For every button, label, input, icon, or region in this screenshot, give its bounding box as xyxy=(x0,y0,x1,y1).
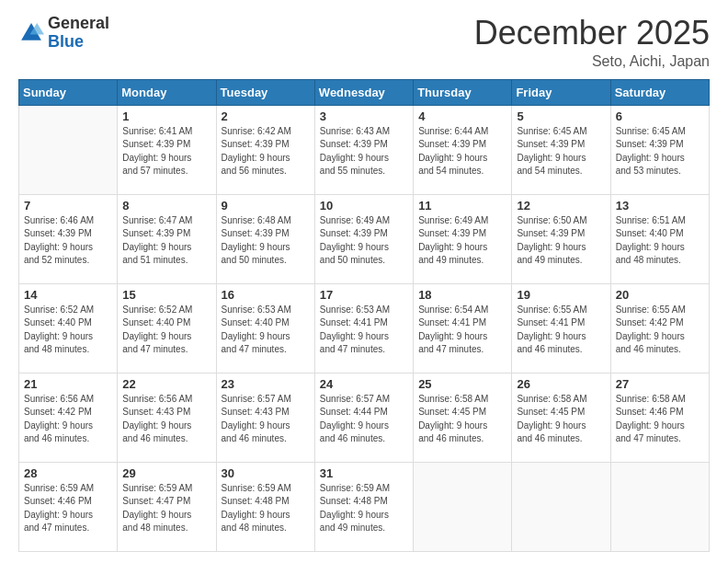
day-number-2-0: 14 xyxy=(24,288,112,302)
day-number-0-1: 1 xyxy=(122,109,210,123)
calendar-cell-0-0 xyxy=(19,105,118,194)
header-row: Sunday Monday Tuesday Wednesday Thursday… xyxy=(19,79,710,105)
calendar-cell-3-5: 26Sunrise: 6:58 AM Sunset: 4:45 PM Dayli… xyxy=(512,373,610,462)
day-number-3-6: 27 xyxy=(616,377,704,391)
day-info-3-4: Sunrise: 6:58 AM Sunset: 4:45 PM Dayligh… xyxy=(418,393,506,446)
day-number-0-6: 6 xyxy=(616,109,704,123)
day-info-1-0: Sunrise: 6:46 AM Sunset: 4:39 PM Dayligh… xyxy=(24,214,112,268)
calendar-cell-2-2: 16Sunrise: 6:53 AM Sunset: 4:40 PM Dayli… xyxy=(216,283,314,373)
day-number-0-4: 4 xyxy=(418,109,506,123)
calendar-cell-0-5: 5Sunrise: 6:45 AM Sunset: 4:39 PM Daylig… xyxy=(512,105,610,194)
logo-icon xyxy=(18,20,44,46)
header: General Blue December 2025 Seto, Aichi, … xyxy=(18,15,710,70)
day-info-2-4: Sunrise: 6:54 AM Sunset: 4:41 PM Dayligh… xyxy=(418,304,506,357)
calendar-cell-2-6: 20Sunrise: 6:55 AM Sunset: 4:42 PM Dayli… xyxy=(610,283,709,373)
calendar-cell-3-1: 22Sunrise: 6:56 AM Sunset: 4:43 PM Dayli… xyxy=(118,373,216,462)
day-info-4-0: Sunrise: 6:59 AM Sunset: 4:46 PM Dayligh… xyxy=(24,482,112,535)
calendar-header: Sunday Monday Tuesday Wednesday Thursday… xyxy=(19,79,710,105)
calendar-cell-2-3: 17Sunrise: 6:53 AM Sunset: 4:41 PM Dayli… xyxy=(314,283,413,373)
day-number-2-2: 16 xyxy=(222,288,310,302)
day-info-3-1: Sunrise: 6:56 AM Sunset: 4:43 PM Dayligh… xyxy=(122,393,210,446)
calendar-cell-0-4: 4Sunrise: 6:44 AM Sunset: 4:39 PM Daylig… xyxy=(414,105,512,194)
day-info-0-5: Sunrise: 6:45 AM Sunset: 4:39 PM Dayligh… xyxy=(517,125,605,178)
day-number-3-5: 26 xyxy=(517,377,605,391)
calendar-cell-1-4: 11Sunrise: 6:49 AM Sunset: 4:39 PM Dayli… xyxy=(414,194,512,283)
day-number-1-0: 7 xyxy=(24,199,112,213)
subtitle: Seto, Aichi, Japan xyxy=(474,53,710,70)
calendar-table: Sunday Monday Tuesday Wednesday Thursday… xyxy=(18,79,710,552)
calendar-cell-2-4: 18Sunrise: 6:54 AM Sunset: 4:41 PM Dayli… xyxy=(414,283,512,373)
calendar-cell-0-6: 6Sunrise: 6:45 AM Sunset: 4:39 PM Daylig… xyxy=(610,105,709,194)
day-info-1-5: Sunrise: 6:50 AM Sunset: 4:39 PM Dayligh… xyxy=(517,214,605,268)
day-info-0-3: Sunrise: 6:43 AM Sunset: 4:39 PM Dayligh… xyxy=(320,125,408,178)
week-row-4: 28Sunrise: 6:59 AM Sunset: 4:46 PM Dayli… xyxy=(19,462,710,551)
day-number-3-2: 23 xyxy=(222,377,310,391)
day-info-3-6: Sunrise: 6:58 AM Sunset: 4:46 PM Dayligh… xyxy=(616,393,704,446)
calendar-cell-1-6: 13Sunrise: 6:51 AM Sunset: 4:40 PM Dayli… xyxy=(610,194,709,283)
day-number-4-0: 28 xyxy=(24,466,112,480)
day-number-3-4: 25 xyxy=(418,377,506,391)
logo: General Blue xyxy=(18,15,109,52)
calendar-cell-3-2: 23Sunrise: 6:57 AM Sunset: 4:43 PM Dayli… xyxy=(216,373,314,462)
logo-general: General xyxy=(48,14,109,32)
header-monday: Monday xyxy=(118,79,216,105)
day-info-1-4: Sunrise: 6:49 AM Sunset: 4:39 PM Dayligh… xyxy=(418,214,506,268)
day-number-0-3: 3 xyxy=(320,109,408,123)
day-number-1-5: 12 xyxy=(517,199,605,213)
calendar-cell-1-1: 8Sunrise: 6:47 AM Sunset: 4:39 PM Daylig… xyxy=(118,194,216,283)
week-row-1: 7Sunrise: 6:46 AM Sunset: 4:39 PM Daylig… xyxy=(19,194,710,283)
day-info-4-3: Sunrise: 6:59 AM Sunset: 4:48 PM Dayligh… xyxy=(320,482,408,535)
day-info-0-4: Sunrise: 6:44 AM Sunset: 4:39 PM Dayligh… xyxy=(418,125,506,178)
day-number-1-6: 13 xyxy=(616,199,704,213)
day-info-3-3: Sunrise: 6:57 AM Sunset: 4:44 PM Dayligh… xyxy=(320,393,408,446)
logo-blue: Blue xyxy=(48,32,84,51)
day-info-3-5: Sunrise: 6:58 AM Sunset: 4:45 PM Dayligh… xyxy=(517,393,605,446)
day-info-1-1: Sunrise: 6:47 AM Sunset: 4:39 PM Dayligh… xyxy=(122,214,210,268)
calendar-cell-3-0: 21Sunrise: 6:56 AM Sunset: 4:42 PM Dayli… xyxy=(19,373,118,462)
day-info-2-2: Sunrise: 6:53 AM Sunset: 4:40 PM Dayligh… xyxy=(222,304,310,357)
calendar-cell-4-3: 31Sunrise: 6:59 AM Sunset: 4:48 PM Dayli… xyxy=(314,462,413,551)
calendar-cell-3-6: 27Sunrise: 6:58 AM Sunset: 4:46 PM Dayli… xyxy=(610,373,709,462)
calendar-cell-4-5 xyxy=(512,462,610,551)
header-thursday: Thursday xyxy=(414,79,512,105)
day-number-4-3: 31 xyxy=(320,466,408,480)
calendar-cell-1-2: 9Sunrise: 6:48 AM Sunset: 4:39 PM Daylig… xyxy=(216,194,314,283)
day-number-1-3: 10 xyxy=(320,199,408,213)
header-sunday: Sunday xyxy=(19,79,118,105)
calendar-cell-0-2: 2Sunrise: 6:42 AM Sunset: 4:39 PM Daylig… xyxy=(216,105,314,194)
calendar-cell-2-0: 14Sunrise: 6:52 AM Sunset: 4:40 PM Dayli… xyxy=(19,283,118,373)
day-number-0-5: 5 xyxy=(517,109,605,123)
day-info-0-6: Sunrise: 6:45 AM Sunset: 4:39 PM Dayligh… xyxy=(616,125,704,178)
calendar-cell-4-2: 30Sunrise: 6:59 AM Sunset: 4:48 PM Dayli… xyxy=(216,462,314,551)
day-info-2-5: Sunrise: 6:55 AM Sunset: 4:41 PM Dayligh… xyxy=(517,304,605,357)
day-number-0-2: 2 xyxy=(222,109,310,123)
header-friday: Friday xyxy=(512,79,610,105)
day-info-4-1: Sunrise: 6:59 AM Sunset: 4:47 PM Dayligh… xyxy=(122,482,210,535)
header-wednesday: Wednesday xyxy=(314,79,413,105)
calendar-cell-0-1: 1Sunrise: 6:41 AM Sunset: 4:39 PM Daylig… xyxy=(118,105,216,194)
calendar-cell-4-1: 29Sunrise: 6:59 AM Sunset: 4:47 PM Dayli… xyxy=(118,462,216,551)
calendar-cell-4-6 xyxy=(610,462,709,551)
calendar-body: 1Sunrise: 6:41 AM Sunset: 4:39 PM Daylig… xyxy=(19,105,710,551)
day-number-2-4: 18 xyxy=(418,288,506,302)
day-info-2-1: Sunrise: 6:52 AM Sunset: 4:40 PM Dayligh… xyxy=(122,304,210,357)
day-number-2-5: 19 xyxy=(517,288,605,302)
calendar-cell-4-0: 28Sunrise: 6:59 AM Sunset: 4:46 PM Dayli… xyxy=(19,462,118,551)
title-block: December 2025 Seto, Aichi, Japan xyxy=(474,15,710,70)
week-row-3: 21Sunrise: 6:56 AM Sunset: 4:42 PM Dayli… xyxy=(19,373,710,462)
logo-text: General Blue xyxy=(48,15,109,52)
day-info-1-6: Sunrise: 6:51 AM Sunset: 4:40 PM Dayligh… xyxy=(616,214,704,268)
day-info-3-0: Sunrise: 6:56 AM Sunset: 4:42 PM Dayligh… xyxy=(24,393,112,446)
calendar-cell-2-1: 15Sunrise: 6:52 AM Sunset: 4:40 PM Dayli… xyxy=(118,283,216,373)
page: General Blue December 2025 Seto, Aichi, … xyxy=(0,0,728,563)
calendar-cell-4-4 xyxy=(414,462,512,551)
day-info-1-3: Sunrise: 6:49 AM Sunset: 4:39 PM Dayligh… xyxy=(320,214,408,268)
day-info-4-2: Sunrise: 6:59 AM Sunset: 4:48 PM Dayligh… xyxy=(222,482,310,535)
calendar-cell-1-5: 12Sunrise: 6:50 AM Sunset: 4:39 PM Dayli… xyxy=(512,194,610,283)
day-info-2-6: Sunrise: 6:55 AM Sunset: 4:42 PM Dayligh… xyxy=(616,304,704,357)
day-info-2-3: Sunrise: 6:53 AM Sunset: 4:41 PM Dayligh… xyxy=(320,304,408,357)
header-saturday: Saturday xyxy=(610,79,709,105)
calendar-cell-2-5: 19Sunrise: 6:55 AM Sunset: 4:41 PM Dayli… xyxy=(512,283,610,373)
day-info-0-1: Sunrise: 6:41 AM Sunset: 4:39 PM Dayligh… xyxy=(122,125,210,178)
day-number-1-4: 11 xyxy=(418,199,506,213)
